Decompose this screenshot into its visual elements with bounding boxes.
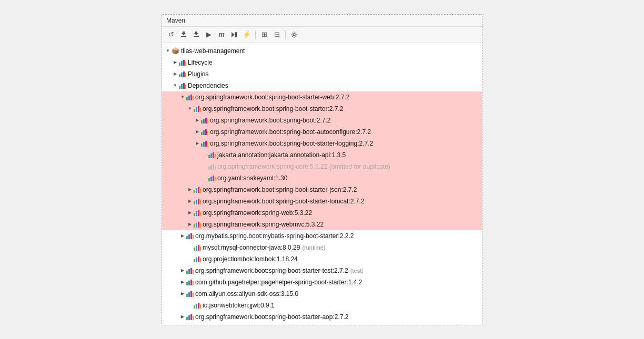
svg-rect-59 bbox=[198, 199, 199, 204]
pagehelper-label: com.github.pagehelper:pagehelper-spring-… bbox=[195, 279, 363, 286]
svg-rect-73 bbox=[194, 248, 195, 251]
maven-panel: Maven ↺ ▶ m ⚡ ⊞ ⊟ 📦 tlias-web-management bbox=[162, 14, 482, 325]
dep-starter-json[interactable]: org.springframework.boot:spring-boot-sta… bbox=[162, 184, 482, 196]
svg-rect-14 bbox=[181, 73, 183, 77]
aliyun-icon bbox=[186, 291, 194, 297]
download-docs-button[interactable] bbox=[190, 29, 202, 40]
show-deps-button[interactable]: ⊞ bbox=[258, 29, 270, 40]
svg-rect-50 bbox=[210, 177, 212, 181]
svg-rect-93 bbox=[194, 305, 195, 309]
dep-starter-logging[interactable]: org.springframework.boot:spring-boot-sta… bbox=[162, 138, 482, 149]
jjwt-label: io.jsonwebtoken:jjwt:0.9.1 bbox=[203, 302, 275, 309]
mybatis-icon bbox=[186, 233, 194, 239]
svg-rect-51 bbox=[213, 176, 214, 181]
offline-button[interactable]: ⚡ bbox=[241, 29, 253, 40]
mysql-label: mysql:mysql-connector-java:8.0.29 bbox=[203, 244, 300, 251]
starter-json-icon bbox=[194, 187, 201, 193]
dep-aliyun-oss[interactable]: com.aliyun.oss:aliyun-sdk-oss:3.15.0 bbox=[162, 288, 482, 300]
spring-boot-label: org.springframework.boot:spring-boot:2.7… bbox=[210, 117, 330, 124]
run-button[interactable]: ▶ bbox=[203, 29, 215, 40]
starter-logging-arrow bbox=[194, 140, 201, 147]
starter-label: org.springframework.boot:spring-boot-sta… bbox=[203, 105, 343, 112]
mysql-icon bbox=[194, 244, 201, 251]
starter-arrow bbox=[186, 105, 194, 112]
root-project[interactable]: 📦 tlias-web-management bbox=[162, 45, 482, 57]
svg-rect-33 bbox=[201, 132, 203, 135]
dep-autoconfigure[interactable]: org.springframework.boot:spring-boot-aut… bbox=[162, 126, 482, 138]
svg-rect-44 bbox=[215, 154, 216, 158]
svg-rect-39 bbox=[205, 141, 207, 147]
dep-snakeyaml[interactable]: org.yaml:snakeyaml:1.30 bbox=[162, 172, 482, 184]
svg-rect-48 bbox=[215, 166, 216, 170]
lifecycle-item[interactable]: Lifecycle bbox=[162, 57, 482, 68]
dep-spring-web[interactable]: org.springframework:spring-web:5.3.22 bbox=[162, 207, 482, 219]
toolbar: ↺ ▶ m ⚡ ⊞ ⊟ bbox=[162, 27, 482, 43]
collapse-button[interactable]: ⊟ bbox=[271, 29, 283, 40]
pagehelper-icon bbox=[186, 279, 194, 285]
svg-rect-28 bbox=[200, 108, 201, 112]
svg-rect-57 bbox=[194, 201, 195, 204]
spring-webmvc-label: org.springframework:spring-webmvc:5.3.22 bbox=[203, 221, 324, 228]
toolbar-separator-2 bbox=[285, 30, 286, 39]
lifecycle-arrow bbox=[172, 59, 179, 66]
jjwt-arrow bbox=[186, 302, 194, 309]
svg-rect-20 bbox=[185, 85, 186, 89]
svg-rect-13 bbox=[179, 74, 180, 77]
svg-rect-23 bbox=[190, 95, 192, 100]
spring-core-icon bbox=[208, 163, 216, 170]
plugins-label: Plugins bbox=[188, 70, 208, 78]
svg-rect-91 bbox=[190, 291, 192, 297]
jjwt-icon bbox=[194, 302, 201, 309]
dep-starter-aop[interactable]: org.springframework.boot:spring-boot-sta… bbox=[162, 311, 482, 323]
svg-rect-2 bbox=[183, 32, 185, 34]
dep-spring-core-omitted[interactable]: org.springframework:spring-core:5.3.22 (… bbox=[162, 161, 482, 172]
svg-rect-69 bbox=[186, 236, 188, 239]
dep-spring-webmvc[interactable]: org.springframework:spring-webmvc:5.3.22 bbox=[162, 219, 482, 230]
plugins-item[interactable]: Plugins bbox=[162, 68, 482, 80]
svg-rect-43 bbox=[213, 152, 214, 158]
svg-rect-47 bbox=[213, 164, 214, 170]
mvn-button[interactable]: m bbox=[216, 29, 227, 40]
starter-aop-icon bbox=[186, 314, 194, 320]
plugins-icon bbox=[179, 71, 186, 77]
dep-mysql[interactable]: mysql:mysql-connector-java:8.0.29 (runti… bbox=[162, 242, 482, 253]
svg-rect-66 bbox=[196, 223, 197, 228]
svg-rect-24 bbox=[193, 96, 194, 100]
svg-rect-62 bbox=[196, 211, 197, 216]
dep-jjwt[interactable]: io.jsonwebtoken:jjwt:0.9.1 bbox=[162, 300, 482, 311]
panel-title: Maven bbox=[162, 15, 482, 27]
dep-lombok[interactable]: org.projectlombok:lombok:1.18.24 bbox=[162, 253, 482, 265]
dep-spring-boot[interactable]: org.springframework.boot:spring-boot:2.7… bbox=[162, 115, 482, 126]
plugins-arrow bbox=[172, 70, 179, 78]
starter-web-label: org.springframework.boot:spring-boot-sta… bbox=[195, 94, 349, 101]
svg-rect-10 bbox=[181, 61, 183, 66]
svg-marker-6 bbox=[232, 32, 235, 37]
svg-rect-58 bbox=[196, 200, 197, 204]
dep-pagehelper[interactable]: com.github.pagehelper:pagehelper-spring-… bbox=[162, 276, 482, 288]
dep-mybatis[interactable]: org.mybatis.spring.boot:mybatis-spring-b… bbox=[162, 230, 482, 242]
jakarta-label: jakarta.annotation:jakarta.annotation-ap… bbox=[217, 151, 346, 159]
dep-starter[interactable]: org.springframework.boot:spring-boot-sta… bbox=[162, 103, 482, 115]
skip-tests-button[interactable] bbox=[228, 29, 240, 40]
dep-starter-web[interactable]: org.springframework.boot:spring-boot-sta… bbox=[162, 91, 482, 103]
starter-tomcat-arrow bbox=[186, 198, 194, 205]
starter-logging-label: org.springframework.boot:spring-boot-sta… bbox=[210, 140, 373, 147]
dep-starter-tomcat[interactable]: org.springframework.boot:spring-boot-sta… bbox=[162, 196, 482, 207]
dep-jakarta[interactable]: jakarta.annotation:jakarta.annotation-ap… bbox=[162, 149, 482, 161]
svg-rect-72 bbox=[193, 235, 194, 239]
pagehelper-arrow bbox=[179, 279, 186, 286]
spring-webmvc-icon bbox=[194, 221, 201, 228]
svg-rect-40 bbox=[207, 142, 208, 147]
starter-test-arrow bbox=[179, 267, 186, 274]
autoconfigure-icon bbox=[201, 129, 208, 135]
lombok-arrow bbox=[186, 255, 194, 263]
lifecycle-icon bbox=[179, 59, 186, 66]
settings-button[interactable] bbox=[288, 29, 300, 40]
svg-rect-26 bbox=[196, 107, 197, 112]
dep-starter-test[interactable]: org.springframework.boot:spring-boot-sta… bbox=[162, 265, 482, 276]
download-sources-button[interactable] bbox=[178, 29, 189, 40]
dependencies-item[interactable]: Dependencies bbox=[162, 80, 482, 91]
starter-aop-arrow bbox=[179, 313, 186, 321]
autoconfigure-label: org.springframework.boot:spring-boot-aut… bbox=[210, 128, 371, 136]
refresh-button[interactable]: ↺ bbox=[165, 29, 177, 40]
